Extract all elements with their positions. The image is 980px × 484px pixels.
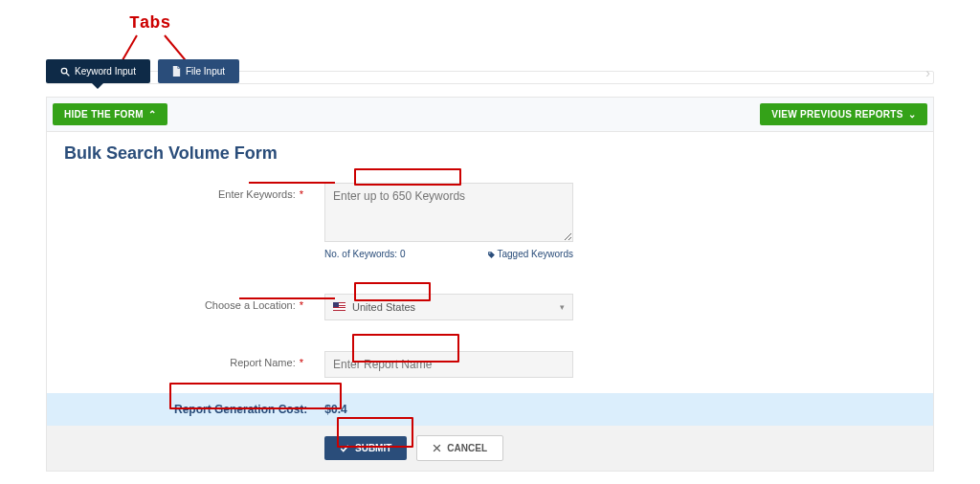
row-keywords: Enter Keywords:* No. of Keywords: 0 Tagg…: [64, 175, 916, 267]
label-text: Choose a Location:: [205, 299, 296, 311]
cancel-button[interactable]: CANCEL: [416, 435, 503, 461]
link-text: Tagged Keywords: [498, 249, 574, 259]
location-select[interactable]: United States ▾: [324, 294, 573, 320]
tabs-container: › Keyword Input File Input: [46, 59, 934, 83]
report-name-label: Report Name:*: [64, 351, 303, 368]
annotation-tabs-label: Tabs: [129, 13, 170, 33]
flag-us-icon: [333, 302, 345, 311]
check-icon: [340, 444, 349, 453]
row-location: Choose a Location:* United States ▾: [64, 286, 916, 328]
location-label: Choose a Location:*: [64, 294, 303, 311]
button-label: VIEW PREVIOUS REPORTS: [771, 109, 902, 120]
view-previous-reports-button[interactable]: VIEW PREVIOUS REPORTS ⌄: [760, 103, 927, 125]
form-panel: Bulk Search Volume Form Enter Keywords:*…: [46, 132, 934, 472]
chevron-down-icon: ▾: [560, 302, 565, 312]
button-label: CANCEL: [447, 443, 487, 453]
page-title: Bulk Search Volume Form: [64, 143, 916, 164]
row-report-name: Report Name:*: [64, 343, 916, 385]
x-icon: [433, 444, 441, 452]
tab-label: File Input: [186, 67, 225, 77]
required-mark: *: [300, 299, 303, 311]
tag-icon: [487, 251, 496, 259]
submit-button[interactable]: SUBMIT: [324, 436, 407, 460]
action-bar: SUBMIT CANCEL: [47, 426, 933, 471]
button-label: SUBMIT: [355, 443, 391, 453]
svg-line-1: [66, 73, 69, 76]
active-tab-indicator: [92, 83, 103, 89]
report-name-input[interactable]: [324, 351, 573, 378]
label-text: Enter Keywords:: [218, 188, 296, 200]
cost-bar: Report Generation Cost: $0.4: [47, 393, 933, 426]
file-icon: [172, 66, 181, 77]
tab-keyword-input[interactable]: Keyword Input: [46, 59, 150, 83]
svg-point-2: [489, 253, 490, 253]
tagged-keywords-link[interactable]: Tagged Keywords: [487, 249, 574, 259]
chevron-down-icon: ⌄: [908, 109, 916, 120]
search-icon: [60, 67, 70, 77]
cost-label: Report Generation Cost:: [174, 403, 307, 416]
required-mark: *: [300, 357, 303, 368]
chevron-right-icon: ›: [925, 65, 930, 80]
cost-value: $0.4: [324, 403, 346, 416]
required-mark: *: [300, 188, 303, 200]
tab-file-input[interactable]: File Input: [158, 59, 239, 83]
button-label: HIDE THE FORM: [64, 109, 144, 120]
hide-form-button[interactable]: HIDE THE FORM ⌃: [53, 103, 167, 125]
chevron-up-icon: ⌃: [148, 109, 156, 120]
keywords-count: No. of Keywords: 0: [324, 249, 405, 259]
form-toggle-bar: HIDE THE FORM ⌃ VIEW PREVIOUS REPORTS ⌄: [46, 97, 934, 132]
selected-value: United States: [352, 301, 415, 313]
keywords-input[interactable]: [324, 183, 573, 242]
label-text: Report Name:: [230, 357, 295, 368]
tab-label: Keyword Input: [75, 67, 136, 77]
svg-point-0: [61, 68, 67, 74]
keywords-label: Enter Keywords:*: [64, 183, 303, 200]
